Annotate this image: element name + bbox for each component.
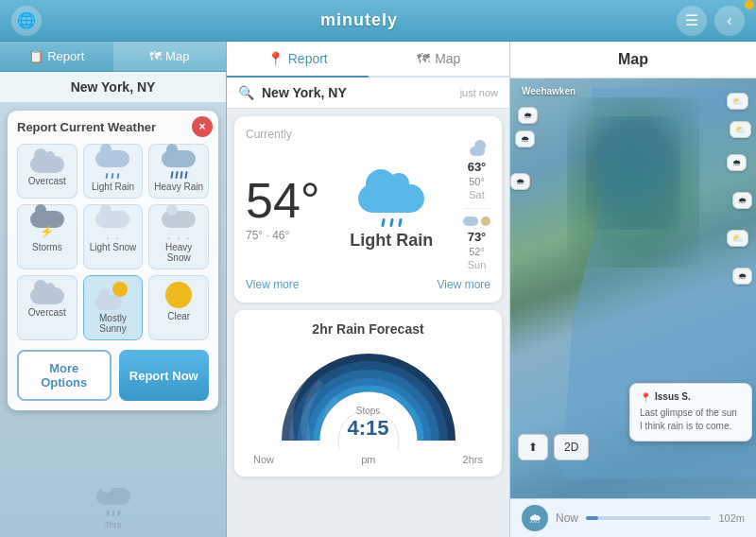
heavy-rain-icon [162, 150, 196, 179]
weather-option-mostly-sunny[interactable]: Mostly Sunny [83, 275, 144, 340]
forecast-side: 63° 50° Sat 73° 52° Sun [463, 147, 490, 270]
sun-lo-temp: 52° [469, 246, 485, 257]
weather-option-storms[interactable]: ⚡ Storms [17, 204, 77, 269]
report-now-button[interactable]: Report Now [119, 350, 210, 401]
gauge-stops-label: Stops [347, 406, 388, 416]
marker-cloud-icon-3: 🌧 [516, 177, 524, 186]
left-location-text: New York, NY [71, 79, 156, 95]
cloud-bump2 [388, 173, 409, 194]
globe-icon-left[interactable]: 🌐 [11, 6, 42, 36]
weather-option-overcast[interactable]: Overcast [17, 144, 77, 199]
marker-bubble-4: ⛅ [727, 93, 748, 110]
forecast-sun: 73° 52° Sun [463, 217, 490, 270]
right-panel: Map Weehawken 🌧 🌧 [510, 42, 756, 537]
center-tab-map[interactable]: 🗺 Map [369, 42, 510, 78]
marker-bubble-2: 🌧 [515, 130, 535, 147]
light-snow-label: Light Snow [90, 242, 136, 252]
modal-actions: More Options Report Now [17, 350, 209, 401]
center-tab-report-label: Report [288, 51, 328, 66]
marker-cloud-icon-6: 🌧 [732, 158, 741, 167]
left-panel: 📋 Report 🗺 Map New York, NY × Report Cur… [0, 42, 227, 537]
overcast2-icon [30, 282, 64, 304]
gauge-labels: Now pm 2hrs [246, 454, 490, 465]
snowflake-icon: * [115, 235, 119, 239]
sat-hi-temp: 63° [468, 160, 487, 174]
modal-close-button[interactable]: × [192, 116, 213, 137]
map-marker-5[interactable]: ⛅ [730, 121, 751, 138]
top-nav-bar: 🌐 minutely ☰ ‹ [0, 0, 756, 42]
sun-icons [463, 217, 490, 226]
map-header: Map [510, 42, 756, 78]
map-marker-4[interactable]: ⛅ [727, 93, 748, 110]
2d-button[interactable]: 2D [554, 434, 589, 460]
map-marker-3[interactable]: 🌧 [510, 173, 530, 190]
rain-forecast-title: 2hr Rain Forecast [246, 321, 490, 337]
search-location-text: New York, NY [262, 85, 453, 100]
map-area[interactable]: Weehawken 🌧 🌧 🌧 ⛅ [510, 78, 756, 498]
rain-drop-3 [398, 217, 403, 226]
weather-option-heavy-rain[interactable]: Heavy Rain [148, 144, 209, 199]
gauge-time-display: 4:15 [347, 416, 388, 441]
snowflake-icon: * [186, 235, 190, 239]
overcast2-label: Overcast [28, 307, 66, 318]
marker-bubble-7: 🌧 [732, 192, 752, 209]
forecast-divider [463, 208, 490, 209]
info-bubble-name: Issus S. [655, 391, 691, 402]
marker-cloud-icon-8: ⛅ [732, 234, 743, 243]
currently-label: Currently [246, 128, 490, 141]
marker-bubble-9: 🌧 [732, 268, 752, 285]
location-button[interactable]: ⬆ [518, 434, 548, 460]
menu-icon[interactable]: ☰ [677, 6, 707, 36]
map-marker-6[interactable]: 🌧 [727, 154, 747, 171]
marker-bubble-5: ⛅ [730, 121, 751, 138]
view-more-bar: View more View more [246, 278, 490, 291]
light-rain-icon [95, 150, 129, 179]
weather-option-clear[interactable]: Clear [148, 275, 209, 340]
left-tab-report[interactable]: 📋 Report [0, 42, 113, 71]
snowflake-icon: * [167, 235, 171, 239]
location-pin-icon: 📍 [267, 51, 284, 66]
weather-option-light-snow[interactable]: * * Light Snow [83, 204, 144, 269]
map-marker-2[interactable]: 🌧 [515, 130, 535, 147]
rain-drops [382, 218, 402, 227]
weather-description: Light Rain [350, 231, 433, 251]
weather-option-light-rain[interactable]: Light Rain [83, 144, 144, 199]
storm-icon: ⚡ [30, 211, 64, 239]
map-marker-9[interactable]: 🌧 [732, 268, 752, 285]
back-icon[interactable]: ‹ [714, 6, 745, 36]
map-distance-label: 102m [718, 512, 745, 524]
map-icon-center: 🗺 [417, 51, 430, 66]
map-time-slider[interactable] [586, 516, 711, 520]
marker-cloud-icon-9: 🌧 [738, 271, 747, 281]
weather-option-overcast2[interactable]: Overcast [17, 275, 77, 340]
clear-icon [165, 282, 192, 308]
gauge-label-pm: pm [361, 454, 375, 465]
map-marker-8[interactable]: ⛅ [727, 230, 748, 247]
marker-bubble-8: ⛅ [727, 230, 748, 247]
rain-forecast-card: 2hr Rain Forecast [234, 310, 502, 476]
left-tab-map[interactable]: 🗺 Map [113, 42, 227, 71]
map-bottom-now-label: Now [556, 511, 578, 525]
view-more-right-button[interactable]: View more [438, 278, 490, 291]
bottom-preview-weather-icon [96, 488, 130, 516]
overcast-icon [30, 150, 64, 173]
info-bubble[interactable]: 📍 Issus S. Last glimpse of the sun I thi… [629, 383, 752, 442]
search-icon: 🔍 [238, 85, 254, 100]
left-bottom-preview: 2hrs [0, 480, 226, 537]
weather-option-heavy-snow[interactable]: * * * Heavy Snow [148, 204, 209, 269]
view-more-left-button[interactable]: View more [246, 278, 299, 291]
more-options-button[interactable]: More Options [17, 350, 112, 401]
hi-lo-text: 75° · 46° [246, 229, 320, 242]
map-marker-1[interactable]: 🌧 [518, 107, 538, 124]
center-tab-report[interactable]: 📍 Report [227, 42, 369, 78]
weather-options-grid: Overcast Light Rain [17, 144, 209, 340]
hi-temp: 75° [246, 229, 263, 242]
map-marker-7[interactable]: 🌧 [732, 192, 752, 209]
map-slider-track [586, 516, 598, 520]
light-snow-icon: * * [95, 211, 129, 239]
current-temp-block: 54° 75° · 46° [246, 176, 320, 242]
forecast-sat: 63° 50° Sat [463, 147, 490, 200]
nav-left-controls: 🌐 [11, 6, 42, 36]
snowflake-icon: * [177, 235, 180, 239]
marker-cloud-icon-7: 🌧 [738, 196, 747, 205]
